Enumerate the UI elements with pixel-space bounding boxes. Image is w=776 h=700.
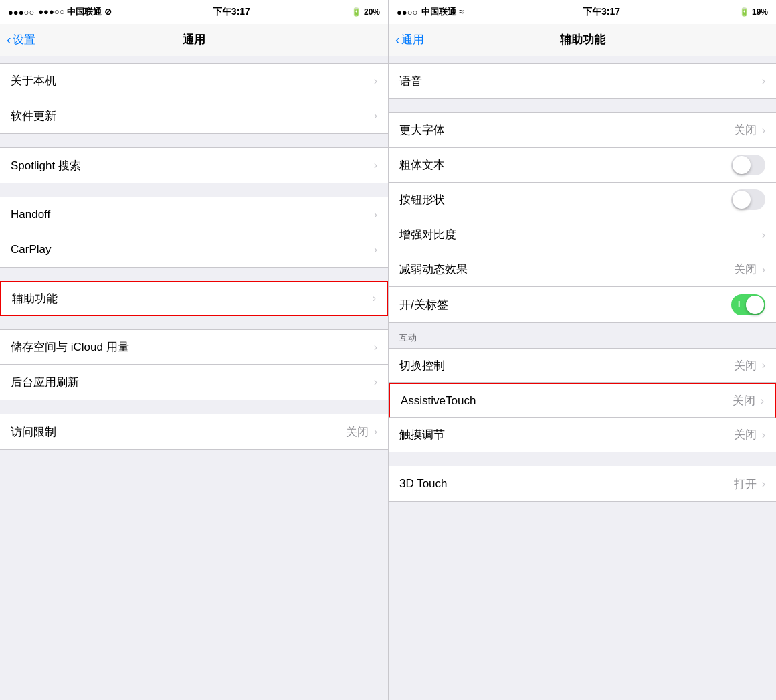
right-item-reduce-motion[interactable]: 减弱动态效果 关闭 ›: [389, 252, 776, 287]
right-item-on-off-labels[interactable]: 开/关标签: [389, 287, 776, 322]
left-status-battery: 🔋 20%: [351, 7, 380, 17]
left-nav-title: 通用: [183, 32, 205, 48]
left-item-storage[interactable]: 储存空间与 iCloud 用量 ›: [0, 330, 388, 365]
assistive-touch-value: 关闭: [733, 393, 755, 408]
left-item-software-update[interactable]: 软件更新 ›: [0, 98, 388, 133]
switch-control-value: 关闭: [734, 358, 757, 373]
left-group-4: 辅助功能 ›: [0, 281, 388, 316]
on-off-labels-toggle[interactable]: [731, 294, 765, 315]
left-item-restrictions[interactable]: 访问限制 关闭 ›: [0, 414, 388, 449]
touch-accommodations-value: 关闭: [734, 427, 757, 442]
right-item-assistive-touch[interactable]: AssistiveTouch 关闭 ›: [389, 383, 776, 418]
left-item-background-refresh[interactable]: 后台应用刷新 ›: [0, 365, 388, 400]
right-nav-title: 辅助功能: [560, 32, 605, 48]
r-battery-icon: 🔋: [739, 7, 749, 17]
left-item-handoff[interactable]: Handoff ›: [0, 197, 388, 232]
right-group-vision: 更大字体 关闭 › 粗体文本 按钮形状 增强对比度: [389, 112, 776, 323]
right-item-bold-text[interactable]: 粗体文本: [389, 148, 776, 183]
larger-text-value: 关闭: [734, 122, 757, 138]
right-item-larger-text[interactable]: 更大字体 关闭 ›: [389, 113, 776, 148]
right-back-button[interactable]: ‹ 通用: [395, 32, 424, 48]
right-item-increase-contrast[interactable]: 增强对比度 ›: [389, 217, 776, 252]
reduce-motion-chevron-icon: ›: [762, 264, 765, 276]
restrictions-label: 访问限制: [11, 424, 56, 440]
larger-text-right: 关闭 ›: [734, 122, 765, 138]
carplay-right: ›: [373, 244, 377, 256]
accessibility-label: 辅助功能: [12, 291, 58, 307]
left-group-1: 关于本机 › 软件更新 ›: [0, 63, 388, 134]
assistive-touch-chevron-icon: ›: [761, 395, 764, 407]
spotlight-chevron-icon: ›: [374, 159, 377, 171]
r-carrier-name: 中国联通 ≈: [421, 6, 464, 18]
battery-icon: 🔋: [351, 7, 361, 17]
background-refresh-label: 后台应用刷新: [11, 375, 79, 390]
3d-touch-chevron-icon: ›: [762, 478, 765, 490]
right-group-3dtouch: 3D Touch 打开 ›: [389, 466, 776, 502]
right-group-interaction: 切换控制 关闭 › AssistiveTouch 关闭 › 触摸调节 关闭 ›: [389, 348, 776, 452]
touch-accommodations-right: 关闭 ›: [734, 427, 765, 442]
larger-text-label: 更大字体: [399, 122, 445, 138]
spotlight-label: Spotlight 搜索: [11, 158, 81, 173]
right-item-touch-accommodations[interactable]: 触摸调节 关闭 ›: [389, 418, 776, 452]
about-chevron-icon: ›: [374, 75, 377, 87]
r-gap-1: [389, 99, 776, 112]
on-off-labels-label: 开/关标签: [399, 297, 448, 313]
switch-control-chevron-icon: ›: [762, 359, 765, 371]
gap-5: [0, 316, 388, 329]
right-status-signal: ●●○○ 中国联通 ≈: [397, 6, 464, 18]
right-item-3d-touch[interactable]: 3D Touch 打开 ›: [389, 466, 776, 501]
restrictions-value: 关闭: [346, 424, 369, 440]
storage-right: ›: [373, 341, 377, 353]
switch-control-right: 关闭 ›: [734, 358, 765, 373]
increase-contrast-label: 增强对比度: [399, 227, 456, 242]
3d-touch-label: 3D Touch: [399, 477, 448, 491]
background-refresh-right: ›: [373, 376, 377, 388]
right-item-voice[interactable]: 语音 ›: [389, 64, 776, 98]
software-update-label: 软件更新: [11, 108, 56, 124]
right-status-battery: 🔋 19%: [739, 7, 768, 17]
left-item-about[interactable]: 关于本机 ›: [0, 64, 388, 98]
left-status-signal: ●●●○○ ●●●○○ 中国联通 ⊘: [8, 6, 112, 18]
gap-2: [0, 134, 388, 147]
voice-right: ›: [761, 75, 765, 87]
gap-6: [0, 400, 388, 414]
left-panel: ●●●○○ ●●●○○ 中国联通 ⊘ 下午3:17 🔋 20% ‹ 设置 通用 …: [0, 0, 388, 700]
carrier-name: ●●●○○ 中国联通 ⊘: [38, 6, 111, 18]
on-off-labels-toggle-knob: [746, 296, 764, 314]
r-signal-dots: ●●○○: [397, 7, 417, 17]
right-back-label: 通用: [401, 32, 424, 48]
reduce-motion-value: 关闭: [734, 262, 757, 277]
left-group-5: 储存空间与 iCloud 用量 › 后台应用刷新 ›: [0, 329, 388, 400]
storage-chevron-icon: ›: [374, 341, 377, 353]
left-item-carplay[interactable]: CarPlay ›: [0, 232, 388, 267]
gap-4: [0, 268, 388, 281]
3d-touch-value: 打开: [734, 476, 757, 492]
r-gap-3: [389, 452, 776, 466]
left-item-accessibility[interactable]: 辅助功能 ›: [0, 281, 388, 316]
right-item-switch-control[interactable]: 切换控制 关闭 ›: [389, 348, 776, 383]
r-battery-percent: 19%: [752, 7, 768, 17]
left-nav-bar: ‹ 设置 通用: [0, 24, 388, 56]
button-shapes-right: [731, 189, 765, 210]
r-gap-0: [389, 56, 776, 63]
restrictions-chevron-icon: ›: [374, 426, 377, 438]
battery-percent: 20%: [364, 7, 380, 17]
left-back-button[interactable]: ‹ 设置: [7, 32, 35, 48]
accessibility-right: ›: [371, 292, 376, 304]
left-item-spotlight[interactable]: Spotlight 搜索 ›: [0, 148, 388, 183]
right-item-button-shapes[interactable]: 按钮形状: [389, 183, 776, 217]
assistive-touch-right: 关闭 ›: [733, 393, 764, 408]
bold-text-toggle-knob: [733, 156, 751, 174]
bold-text-toggle[interactable]: [731, 155, 765, 175]
right-panel: ●●○○ 中国联通 ≈ 下午3:17 🔋 19% ‹ 通用 辅助功能 语音 › …: [388, 0, 776, 700]
background-refresh-chevron-icon: ›: [374, 376, 377, 388]
button-shapes-toggle[interactable]: [731, 189, 765, 210]
handoff-right: ›: [373, 209, 377, 221]
left-back-label: 设置: [13, 32, 35, 48]
interaction-section-label: 互动: [399, 332, 417, 344]
software-update-right: ›: [373, 110, 377, 122]
increase-contrast-right: ›: [761, 229, 765, 241]
left-group-2: Spotlight 搜索 ›: [0, 147, 388, 183]
3d-touch-right: 打开 ›: [734, 476, 765, 492]
right-nav-bar: ‹ 通用 辅助功能: [389, 24, 776, 56]
